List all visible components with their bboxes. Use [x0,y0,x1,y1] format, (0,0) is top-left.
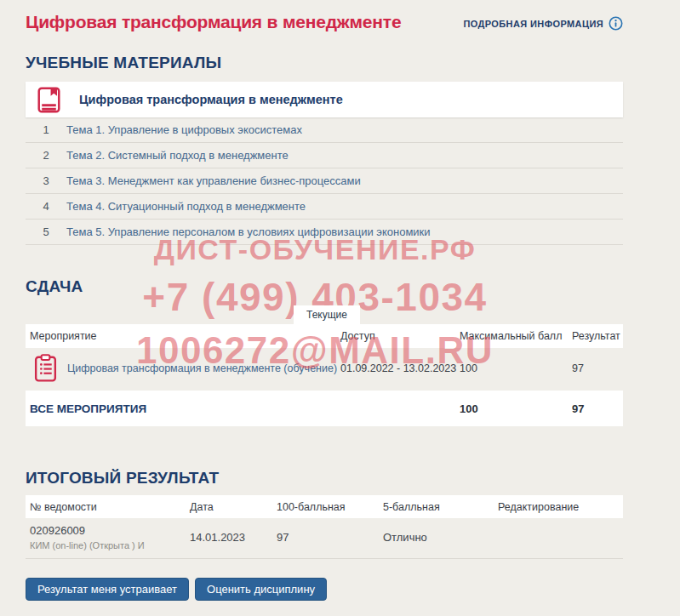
final-score-100: 97 [277,531,383,544]
topic-number: 1 [26,123,60,136]
materials-heading: УЧЕБНЫЕ МАТЕРИАЛЫ [26,54,623,72]
page-title: Цифровая трансформация в менеджменте [26,12,401,32]
event-max-score: 100 [460,362,572,374]
total-label: ВСЕ МЕРОПРИЯТИЯ [26,402,340,415]
action-buttons: Результат меня устраивает Оценить дисцип… [26,578,623,601]
topic-row: 4 Тема 4. Ситуационный подход в менеджме… [26,194,623,220]
sdacha-table-header: Мероприятие Доступ Максимальный балл Рез… [26,324,623,348]
course-title-link[interactable]: Цифровая трансформация в менеджменте [79,93,343,106]
topic-row: 3 Тема 3. Менеджмент как управление бизн… [26,168,623,194]
total-result: 97 [572,402,623,415]
col-sheet-number: № ведомости [26,501,190,513]
final-date: 14.01.2023 [190,531,277,544]
topic-row: 1 Тема 1. Управление в цифровых экосисте… [26,117,623,143]
col-5-scale: 5-балльная [383,501,498,513]
page-header: Цифровая трансформация в менеджменте ПОД… [26,0,623,32]
final-score-5: Отлично [383,531,498,544]
col-access: Доступ [340,330,460,342]
event-access-dates: 01.09.2022 - 13.02.2023 [340,362,460,374]
rate-discipline-button[interactable]: Оценить дисциплину [195,578,327,601]
topic-number: 4 [26,200,60,213]
topic-number: 2 [26,149,60,162]
col-max-score: Максимальный балл [460,330,572,342]
detailed-info-link[interactable]: ПОДРОБНАЯ ИНФОРМАЦИЯ [463,16,623,31]
sdacha-total-row: ВСЕ МЕРОПРИЯТИЯ 100 97 [26,391,623,426]
topic-link[interactable]: Тема 4. Ситуационный подход в менеджмент… [66,200,306,213]
sheet-number: 020926009 [30,524,190,537]
final-heading: ИТОГОВЫЙ РЕЗУЛЬТАТ [26,469,623,488]
final-table-row: 020926009 КИМ (on-line) (Открыта ) И 14.… [26,518,623,559]
topic-link[interactable]: Тема 2. Системный подход в менеджменте [66,149,289,162]
sdacha-tabs: Текущие [26,305,623,324]
topic-row: 2 Тема 2. Системный подход в менеджменте [26,143,623,168]
col-date: Дата [190,501,277,513]
col-result: Результат [572,330,623,342]
clipboard-icon [34,354,57,382]
topic-number: 3 [26,174,60,187]
topic-link[interactable]: Тема 1. Управление в цифровых экосистема… [66,123,302,136]
event-link[interactable]: Цифровая трансформация в менеджменте (об… [67,362,337,374]
course-card: Цифровая трансформация в менеджменте [26,82,623,117]
sdacha-table-row: Цифровая трансформация в менеджменте (об… [26,348,623,388]
sheet-subtitle: КИМ (on-line) (Открыта ) И [30,540,190,550]
topic-number: 5 [26,225,60,238]
event-result: 97 [572,362,623,374]
total-max-score: 100 [460,402,572,415]
col-event: Мероприятие [26,330,340,342]
book-icon [37,87,60,113]
info-icon[interactable] [609,16,623,31]
final-table-header: № ведомости Дата 100-балльная 5-балльная… [26,495,623,518]
accept-result-button[interactable]: Результат меня устраивает [26,578,189,601]
topic-link[interactable]: Тема 3. Менеджмент как управление бизнес… [66,174,361,187]
topic-link[interactable]: Тема 5. Управление персоналом в условиях… [66,225,431,238]
col-100-scale: 100-балльная [277,501,383,513]
page-container: Цифровая трансформация в менеджменте ПОД… [26,0,623,601]
tab-current-events[interactable]: Текущие [294,305,360,324]
topic-row: 5 Тема 5. Управление персоналом в услови… [26,220,623,245]
col-editing: Редактирование [498,501,623,513]
topics-list: 1 Тема 1. Управление в цифровых экосисте… [26,117,623,245]
detailed-info-label: ПОДРОБНАЯ ИНФОРМАЦИЯ [463,19,603,29]
sdacha-heading: СДАЧА [26,277,623,296]
